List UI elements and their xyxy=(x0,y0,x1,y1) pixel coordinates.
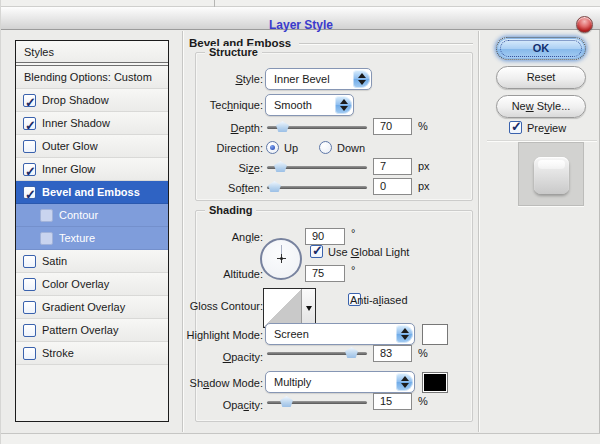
style-dropdown-value: Inner Bevel xyxy=(274,73,330,85)
checkbox-icon[interactable] xyxy=(23,163,36,176)
depth-unit: % xyxy=(418,120,428,132)
soften-label: Soften: xyxy=(175,182,263,194)
shadow-opacity-thumb[interactable] xyxy=(280,396,293,407)
arrow-down-icon xyxy=(340,106,348,111)
background-divider xyxy=(214,0,215,7)
shading-legend: Shading xyxy=(205,204,256,216)
stepper-icon[interactable] xyxy=(335,96,352,114)
highlight-opacity-input[interactable]: 83 xyxy=(373,345,412,362)
size-slider-thumb[interactable] xyxy=(274,161,287,172)
direction-down-radio[interactable] xyxy=(319,141,332,154)
highlight-opacity-unit: % xyxy=(418,347,428,359)
angle-unit: ° xyxy=(351,227,355,239)
highlight-opacity-slider xyxy=(267,346,367,360)
highlight-mode-dropdown[interactable]: Screen xyxy=(265,323,415,345)
shadow-mode-dropdown[interactable]: Multiply xyxy=(265,371,415,393)
highlight-color-swatch[interactable] xyxy=(422,324,448,345)
sidebar-item-contour[interactable]: Contour xyxy=(16,204,168,227)
angle-input[interactable]: 90 xyxy=(305,228,345,245)
sidebar-item-label: Drop Shadow xyxy=(42,89,109,111)
gloss-contour-label: Gloss Contour: xyxy=(175,300,263,312)
sidebar-item-color-overlay[interactable]: Color Overlay xyxy=(16,273,168,296)
checkbox-icon[interactable] xyxy=(23,140,36,153)
checkbox-icon[interactable] xyxy=(23,255,36,268)
structure-legend: Structure xyxy=(205,46,262,58)
technique-dropdown[interactable]: Smooth xyxy=(265,94,354,116)
direction-up-radio[interactable] xyxy=(266,141,279,154)
title-bar[interactable]: Layer Style xyxy=(1,7,600,30)
sidebar-item-texture[interactable]: Texture xyxy=(16,227,168,250)
highlight-opacity-thumb[interactable] xyxy=(345,347,358,358)
checkbox-icon[interactable] xyxy=(40,232,53,245)
preview-bevel-sample xyxy=(534,157,569,194)
dialog-bottom-edge xyxy=(1,433,600,444)
sidebar-item-satin[interactable]: Satin xyxy=(16,250,168,273)
close-icon[interactable] xyxy=(576,16,593,33)
sidebar-item-label: Color Overlay xyxy=(42,273,109,295)
sidebar-item-gradient-overlay[interactable]: Gradient Overlay xyxy=(16,296,168,319)
sidebar-item-inner-glow[interactable]: Inner Glow xyxy=(16,158,168,181)
soften-slider xyxy=(267,180,367,194)
soften-slider-track[interactable] xyxy=(267,186,367,189)
use-global-light-label: Use Global Light xyxy=(328,246,409,258)
gloss-contour-picker[interactable] xyxy=(263,288,316,328)
altitude-input[interactable]: 75 xyxy=(305,265,345,282)
sidebar-item-pattern-overlay[interactable]: Pattern Overlay xyxy=(16,319,168,342)
preview-checkbox[interactable] xyxy=(509,121,522,134)
arrow-down-icon xyxy=(306,306,312,311)
size-slider xyxy=(267,160,367,174)
checkbox-icon[interactable] xyxy=(23,324,36,337)
shadow-color-swatch[interactable] xyxy=(422,372,448,393)
sidebar-item-label: Inner Shadow xyxy=(42,112,110,134)
direction-down-label: Down xyxy=(337,142,365,154)
styles-header: Styles xyxy=(16,41,168,63)
sidebar-item-label: Outer Glow xyxy=(42,135,98,157)
depth-input[interactable]: 70 xyxy=(373,118,412,135)
depth-slider-thumb[interactable] xyxy=(276,121,289,132)
arrow-down-icon xyxy=(401,335,409,340)
angle-dial-center-dot xyxy=(280,257,283,260)
checkbox-icon[interactable] xyxy=(23,186,36,199)
contour-dropdown-arrow[interactable] xyxy=(301,289,315,327)
checkbox-icon[interactable] xyxy=(23,301,36,314)
new-style-button[interactable]: New Style... xyxy=(496,95,586,118)
stepper-icon[interactable] xyxy=(396,325,413,343)
reset-button[interactable]: Reset xyxy=(496,66,586,89)
sidebar-item-label: Texture xyxy=(59,227,95,249)
checkbox-icon[interactable] xyxy=(23,347,36,360)
sidebar-item-bevel-and-emboss[interactable]: Bevel and Emboss xyxy=(16,181,168,204)
shadow-opacity-unit: % xyxy=(418,395,428,407)
opacity-label: Opacity: xyxy=(175,399,263,411)
sidebar-item-outer-glow[interactable]: Outer Glow xyxy=(16,135,168,158)
opacity-label: Opacity: xyxy=(175,351,263,363)
panel-divider-highlight xyxy=(479,31,480,432)
focus-ring xyxy=(500,40,582,57)
arrow-down-icon xyxy=(401,383,409,388)
sidebar-item-drop-shadow[interactable]: Drop Shadow xyxy=(16,89,168,112)
checkbox-icon[interactable] xyxy=(23,117,36,130)
checkbox-icon[interactable] xyxy=(40,209,53,222)
preview-option: Preview xyxy=(509,121,566,134)
size-input[interactable]: 7 xyxy=(373,158,412,175)
technique-dropdown-value: Smooth xyxy=(274,99,312,111)
use-global-light-checkbox[interactable] xyxy=(310,245,323,258)
sidebar-item-label: Gradient Overlay xyxy=(42,296,125,318)
sidebar-item-stroke[interactable]: Stroke xyxy=(16,342,168,365)
stepper-icon[interactable] xyxy=(396,373,413,391)
stepper-icon[interactable] xyxy=(353,70,370,88)
checkbox-icon[interactable] xyxy=(23,94,36,107)
soften-input[interactable]: 0 xyxy=(373,178,412,195)
soften-slider-thumb[interactable] xyxy=(268,181,281,192)
sidebar-item-inner-shadow[interactable]: Inner Shadow xyxy=(16,112,168,135)
altitude-unit: ° xyxy=(351,264,355,276)
arrow-up-icon xyxy=(340,99,348,104)
ok-button[interactable]: OK xyxy=(496,37,586,60)
arrow-down-icon xyxy=(358,80,366,85)
checkbox-icon[interactable] xyxy=(23,278,36,291)
sidebar-item-label: Contour xyxy=(59,204,98,226)
sidebar-item-blending-options[interactable]: Blending Options: Custom xyxy=(16,66,168,89)
angle-dial[interactable] xyxy=(260,238,302,280)
shadow-mode-label: Shadow Mode: xyxy=(175,377,263,389)
shadow-opacity-input[interactable]: 15 xyxy=(373,393,412,410)
style-dropdown[interactable]: Inner Bevel xyxy=(265,68,372,90)
